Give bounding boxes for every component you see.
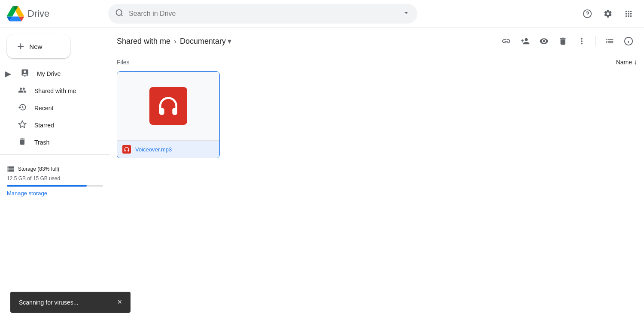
starred-icon [17, 120, 27, 131]
sidebar-item-recent[interactable]: Recent [0, 100, 103, 117]
file-name: Voiceover.mp3 [135, 146, 172, 153]
delete-button[interactable] [554, 33, 571, 50]
files-grid: Voiceover.mp3 [117, 71, 637, 158]
sidebar-item-label-starred: Starred [34, 122, 54, 129]
storage-bar-background [7, 185, 103, 187]
breadcrumb-current: Documentary ▾ [180, 36, 231, 46]
search-input[interactable] [129, 10, 397, 18]
storage-section: Storage (83% full) 12.5 GB of 15 GB used… [7, 162, 103, 200]
new-button-label: New [29, 43, 42, 50]
get-link-button[interactable] [498, 33, 515, 50]
search-dropdown-icon[interactable] [402, 9, 410, 19]
toolbar-actions [498, 33, 637, 50]
breadcrumb-parent[interactable]: Shared with me [117, 37, 170, 46]
file-icon-large [149, 87, 187, 125]
toolbar-divider [595, 36, 596, 46]
file-card[interactable]: Voiceover.mp3 [117, 71, 220, 158]
preview-button[interactable] [535, 33, 553, 50]
logo-area: Drive [7, 5, 101, 22]
sort-label: Name [616, 59, 632, 66]
breadcrumb: Shared with me › Documentary ▾ [117, 36, 494, 46]
sidebar-item-starred[interactable]: Starred [0, 117, 103, 134]
drive-logo-icon [7, 5, 24, 22]
toast-notification: Scanning for viruses... × [10, 292, 131, 313]
svg-marker-4 [19, 121, 26, 127]
files-header: Files Name ↓ [117, 55, 637, 71]
sidebar-item-label-trash: Trash [34, 139, 49, 146]
more-options-button[interactable] [573, 33, 590, 50]
sidebar: + New ▶ My Drive Shared with me Recent [0, 27, 110, 323]
svg-line-1 [121, 14, 123, 16]
trash-icon [17, 137, 27, 148]
header: Drive [0, 0, 644, 27]
plus-icon: + [17, 40, 24, 52]
manage-storage-link[interactable]: Manage storage [7, 190, 47, 196]
toast-message: Scanning for viruses... [19, 299, 79, 306]
add-person-button[interactable] [516, 33, 534, 50]
sidebar-item-label-recent: Recent [34, 105, 53, 112]
search-icon [115, 9, 124, 19]
storage-bar-fill [7, 185, 87, 187]
shared-with-me-icon [17, 86, 27, 97]
storage-used-text: 12.5 GB of 15 GB used [7, 175, 103, 181]
svg-point-0 [116, 9, 122, 15]
sidebar-item-trash[interactable]: Trash [0, 134, 103, 151]
sort-control[interactable]: Name ↓ [616, 58, 637, 66]
apps-button[interactable] [620, 5, 637, 22]
file-info: Voiceover.mp3 [117, 140, 219, 158]
sidebar-divider [0, 154, 110, 155]
my-drive-icon [20, 69, 30, 79]
settings-button[interactable] [599, 5, 617, 22]
content-toolbar: Shared with me › Documentary ▾ [110, 27, 644, 55]
header-right [579, 5, 637, 22]
file-preview [117, 72, 219, 140]
app-title: Drive [27, 8, 49, 19]
toast-close-button[interactable]: × [117, 298, 122, 307]
files-section-label: Files [117, 59, 130, 66]
new-button[interactable]: + New [7, 34, 70, 58]
file-type-icon [122, 145, 131, 154]
sidebar-item-my-drive[interactable]: ▶ My Drive [0, 65, 103, 82]
breadcrumb-dropdown-icon[interactable]: ▾ [228, 36, 231, 46]
storage-label: Storage (83% full) [7, 165, 103, 173]
main-layout: + New ▶ My Drive Shared with me Recent [0, 27, 644, 323]
recent-icon [17, 103, 27, 114]
info-button[interactable] [620, 33, 637, 50]
sort-arrow-icon: ↓ [634, 58, 637, 66]
search-bar[interactable] [108, 4, 417, 24]
expand-icon: ▶ [5, 69, 11, 78]
main-content: Shared with me › Documentary ▾ [110, 27, 644, 323]
help-button[interactable] [579, 5, 596, 22]
files-area: Files Name ↓ [110, 55, 644, 323]
breadcrumb-chevron-icon: › [174, 37, 176, 46]
sidebar-item-label-my-drive: My Drive [37, 70, 61, 77]
storage-icon [7, 165, 15, 173]
view-list-button[interactable] [601, 33, 618, 50]
sidebar-item-label-shared: Shared with me [34, 88, 76, 94]
sidebar-item-shared-with-me[interactable]: Shared with me [0, 82, 103, 100]
